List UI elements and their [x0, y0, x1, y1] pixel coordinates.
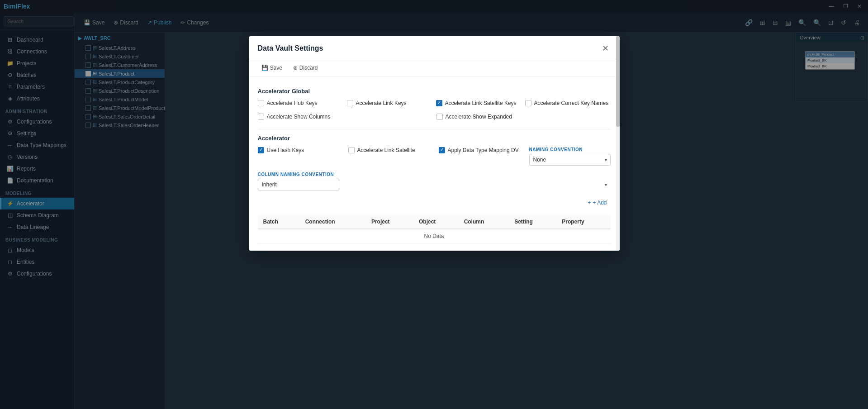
- checkbox-accelerate-link-satellite-label: Accelerate Link Satellite: [357, 147, 415, 153]
- col-batch: Batch: [258, 215, 300, 229]
- checkbox-accelerate-correct-key-names[interactable]: Accelerate Correct Key Names: [525, 100, 611, 106]
- checkbox-use-hash-keys-box[interactable]: [258, 147, 264, 153]
- accelerator-checkboxes-row: Use Hash Keys Accelerate Link Satellite …: [258, 147, 611, 166]
- settings-table-body: No Data: [258, 229, 611, 243]
- checkbox-use-hash-keys-label: Use Hash Keys: [267, 147, 304, 153]
- checkbox-accelerate-hub-keys-label: Accelerate Hub Keys: [267, 100, 318, 106]
- no-data-row: No Data: [258, 229, 611, 243]
- checkbox-accelerate-link-satellite-box[interactable]: [348, 147, 355, 153]
- checkbox-accelerate-hub-keys[interactable]: Accelerate Hub Keys: [258, 100, 343, 106]
- column-naming-label: COLUMN NAMING CONVENTION: [258, 172, 611, 177]
- checkbox-accelerate-show-columns[interactable]: Accelerate Show Columns: [258, 114, 432, 120]
- checkbox-accelerate-hub-keys-box[interactable]: [258, 100, 264, 106]
- checkbox-accelerate-show-expanded-label: Accelerate Show Expanded: [446, 114, 512, 120]
- data-vault-settings-modal: Data Vault Settings ✕ 💾 Save ⊗ Discard A…: [249, 36, 620, 251]
- modal-save-icon: 💾: [261, 65, 268, 71]
- col-object: Object: [413, 215, 459, 229]
- accelerator-section-title: Accelerator: [258, 135, 611, 142]
- checkbox-accelerate-link-satellite-keys-label: Accelerate Link Satellite Keys: [445, 100, 517, 106]
- col-column: Column: [459, 215, 509, 229]
- checkbox-accelerate-link-keys-box[interactable]: [347, 100, 353, 106]
- naming-convention-group: NAMING CONVENTION None PascalCase SnakeC…: [529, 147, 611, 166]
- checkbox-accelerate-link-satellite-keys[interactable]: Accelerate Link Satellite Keys: [436, 100, 522, 106]
- column-naming-select-wrapper[interactable]: Inherit None PascalCase SnakeCase: [258, 179, 611, 190]
- modal-toolbar: 💾 Save ⊗ Discard: [249, 59, 620, 77]
- checkbox-accelerate-link-satellite-keys-box[interactable]: [436, 100, 442, 106]
- col-connection: Connection: [300, 215, 366, 229]
- modal-title: Data Vault Settings: [258, 44, 323, 52]
- settings-table-header: Batch Connection Project Object Column S…: [258, 215, 611, 229]
- checkbox-accelerate-link-satellite[interactable]: Accelerate Link Satellite: [348, 147, 432, 153]
- modal-body: Accelerator Global Accelerate Hub Keys A…: [249, 77, 620, 251]
- checkbox-accelerate-show-expanded[interactable]: Accelerate Show Expanded: [436, 114, 611, 120]
- checkbox-apply-data-type-mapping-box[interactable]: [439, 147, 445, 153]
- col-project: Project: [366, 215, 413, 229]
- checkbox-accelerate-link-keys-label: Accelerate Link Keys: [356, 100, 407, 106]
- naming-convention-select-wrapper[interactable]: None PascalCase SnakeCase CamelCase: [529, 154, 611, 166]
- modal-scrollbar[interactable]: [616, 36, 620, 251]
- checkbox-accelerate-show-columns-box[interactable]: [258, 114, 264, 120]
- modal-save-button[interactable]: 💾 Save: [258, 63, 286, 73]
- add-button-container: + + Add: [258, 198, 611, 211]
- add-settings-button[interactable]: + + Add: [584, 198, 610, 208]
- modal-scrollbar-thumb[interactable]: [616, 36, 620, 127]
- checkbox-accelerate-show-expanded-box[interactable]: [436, 114, 443, 120]
- naming-convention-label: NAMING CONVENTION: [529, 147, 611, 152]
- accelerator-global-checkboxes: Accelerate Hub Keys Accelerate Link Keys…: [258, 100, 611, 106]
- modal-header: Data Vault Settings ✕: [249, 36, 620, 59]
- checkbox-apply-data-type-mapping[interactable]: Apply Data Type Mapping DV: [439, 147, 522, 153]
- accelerator-global-section-title: Accelerator Global: [258, 88, 611, 95]
- checkbox-use-hash-keys[interactable]: Use Hash Keys: [258, 147, 341, 153]
- col-property: Property: [556, 215, 610, 229]
- modal-close-button[interactable]: ✕: [600, 43, 611, 53]
- checkbox-accelerate-correct-key-names-box[interactable]: [525, 100, 531, 106]
- column-naming-section: COLUMN NAMING CONVENTION Inherit None Pa…: [258, 172, 611, 190]
- checkbox-accelerate-show-columns-label: Accelerate Show Columns: [267, 114, 331, 120]
- col-setting: Setting: [509, 215, 556, 229]
- add-icon: +: [588, 200, 591, 206]
- column-naming-group: COLUMN NAMING CONVENTION Inherit None Pa…: [258, 172, 611, 190]
- column-naming-select[interactable]: Inherit None PascalCase SnakeCase: [258, 179, 339, 190]
- settings-table: Batch Connection Project Object Column S…: [258, 215, 611, 243]
- modal-discard-icon: ⊗: [293, 65, 298, 71]
- accelerator-global-checkboxes-row2: Accelerate Show Columns Accelerate Show …: [258, 114, 611, 120]
- checkbox-accelerate-link-keys[interactable]: Accelerate Link Keys: [347, 100, 432, 106]
- modal-discard-button[interactable]: ⊗ Discard: [289, 63, 322, 73]
- checkbox-accelerate-correct-key-names-label: Accelerate Correct Key Names: [534, 100, 609, 106]
- section-divider-1: [258, 129, 611, 129]
- no-data-label: No Data: [258, 229, 611, 243]
- modal-overlay[interactable]: Data Vault Settings ✕ 💾 Save ⊗ Discard A…: [0, 0, 868, 409]
- checkbox-apply-data-type-mapping-label: Apply Data Type Mapping DV: [448, 147, 519, 153]
- naming-convention-select[interactable]: None PascalCase SnakeCase CamelCase: [529, 154, 611, 166]
